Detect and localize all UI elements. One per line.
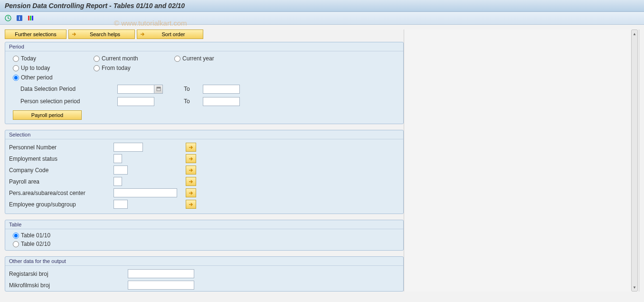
info-icon[interactable]: i (15, 14, 24, 22)
company-code-input[interactable] (114, 166, 128, 175)
table-group: Table Table 01/10 Table 02/10 (5, 220, 404, 251)
radio-up-to-today[interactable]: Up to today (13, 65, 94, 71)
sort-order-button[interactable]: Sort order (137, 29, 203, 39)
mikrofilmski-broj-input[interactable] (128, 281, 194, 290)
multiple-selection-button[interactable] (186, 188, 196, 197)
pers-area-label: Pers.area/subarea/cost center (9, 190, 114, 196)
search-helps-label: Search helps (79, 31, 131, 37)
radio-current-year[interactable]: Current year (174, 55, 255, 62)
registarski-broj-input[interactable] (128, 269, 194, 278)
to-label: To (184, 86, 203, 92)
main-selection-area: Further selections Search helps Sort ord… (5, 29, 404, 292)
scroll-down-icon[interactable]: ▼ (632, 284, 637, 290)
payroll-area-input[interactable] (114, 177, 122, 186)
selection-group: Selection Personnel Number Employment st… (5, 130, 404, 214)
radio-table-01[interactable]: Table 01/10 (13, 232, 396, 239)
application-toolbar: i (0, 12, 644, 25)
pers-area-input[interactable] (114, 188, 177, 197)
data-selection-to-input[interactable] (203, 85, 240, 94)
mikrofilmski-broj-label: Mikrofilmski broj (9, 282, 128, 289)
arrow-right-icon (71, 31, 77, 38)
radio-table-02[interactable]: Table 02/10 (13, 241, 396, 247)
payroll-period-button[interactable]: Payroll period (13, 110, 82, 120)
svg-rect-7 (157, 87, 161, 88)
svg-rect-5 (32, 16, 33, 20)
other-data-group: Other data for the output Registarski br… (5, 256, 404, 292)
multiple-selection-button[interactable] (186, 143, 196, 152)
employment-status-label: Employment status (9, 156, 114, 162)
selection-button-row: Further selections Search helps Sort ord… (5, 29, 404, 39)
multiple-selection-button[interactable] (186, 200, 196, 209)
multiple-selection-button[interactable] (186, 154, 196, 163)
further-selections-label: Further selections (15, 31, 56, 37)
to-label: To (184, 98, 203, 105)
svg-rect-4 (30, 16, 31, 20)
period-group-title: Period (5, 42, 403, 51)
radio-today[interactable]: Today (13, 55, 94, 62)
right-empty-panel: ▲ ▼ (404, 29, 639, 292)
multiple-selection-button[interactable] (186, 166, 196, 175)
other-data-title: Other data for the output (5, 257, 403, 266)
company-code-label: Company Code (9, 167, 114, 174)
registarski-broj-label: Registarski broj (9, 271, 128, 277)
value-help-icon[interactable] (154, 85, 163, 94)
further-selections-button[interactable]: Further selections (5, 29, 66, 39)
payroll-area-label: Payroll area (9, 178, 114, 185)
personnel-number-input[interactable] (114, 143, 143, 152)
person-selection-period-label: Person selection period (13, 98, 117, 105)
employee-group-label: Employee group/subgroup (9, 201, 114, 208)
sort-order-label: Sort order (148, 31, 199, 37)
vertical-scrollbar[interactable]: ▲ ▼ (631, 29, 638, 292)
color-legend-icon[interactable] (27, 14, 35, 22)
multiple-selection-button[interactable] (186, 177, 196, 186)
employment-status-input[interactable] (114, 154, 122, 163)
person-selection-from-input[interactable] (117, 97, 154, 106)
svg-text:i: i (19, 16, 20, 21)
svg-rect-3 (28, 16, 29, 20)
radio-other-period[interactable]: Other period (13, 74, 94, 81)
radio-from-today[interactable]: From today (94, 65, 174, 71)
period-group: Period Today Current month Current year … (5, 42, 404, 124)
search-helps-button[interactable]: Search helps (68, 29, 135, 39)
arrow-right-icon (139, 31, 146, 38)
data-selection-from-input[interactable] (117, 85, 154, 94)
scroll-up-icon[interactable]: ▲ (632, 31, 637, 37)
table-group-title: Table (5, 220, 403, 229)
radio-current-month[interactable]: Current month (94, 55, 174, 62)
window-title: Pension Data Controlling Report - Tables… (5, 2, 185, 10)
data-selection-period-label: Data Selection Period (13, 86, 117, 92)
person-selection-to-input[interactable] (203, 97, 240, 106)
personnel-number-label: Personnel Number (9, 144, 114, 151)
employee-group-input[interactable] (114, 200, 128, 209)
window-title-bar: Pension Data Controlling Report - Tables… (0, 0, 644, 12)
selection-group-title: Selection (5, 130, 403, 139)
execute-icon[interactable] (4, 14, 12, 22)
